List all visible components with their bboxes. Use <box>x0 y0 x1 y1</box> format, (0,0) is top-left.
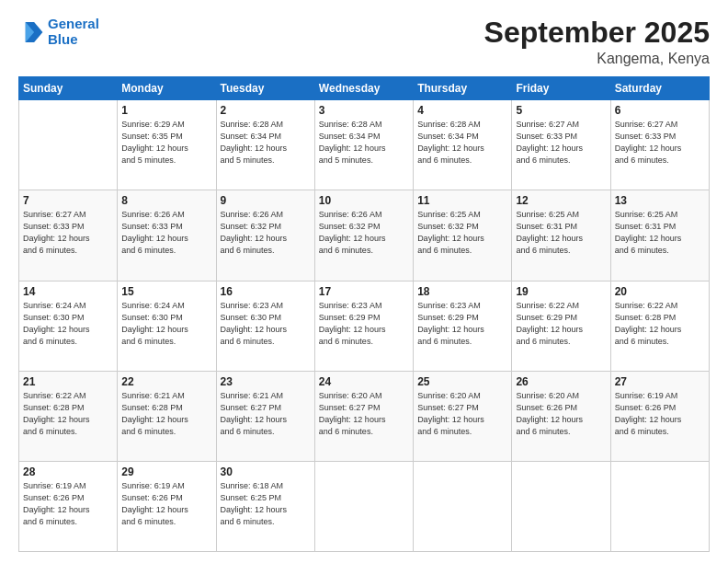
day-info: Sunrise: 6:25 AM Sunset: 6:32 PM Dayligh… <box>417 209 507 257</box>
day-number: 3 <box>319 104 409 117</box>
header: General Blue September 2025 Kangema, Ken… <box>18 17 710 67</box>
day-info: Sunrise: 6:23 AM Sunset: 6:30 PM Dayligh… <box>221 300 311 348</box>
day-number: 21 <box>23 375 113 388</box>
table-cell: 1Sunrise: 6:29 AM Sunset: 6:35 PM Daylig… <box>118 100 216 190</box>
day-number: 12 <box>516 194 606 207</box>
table-cell <box>414 461 512 551</box>
day-info: Sunrise: 6:27 AM Sunset: 6:33 PM Dayligh… <box>615 119 705 167</box>
table-cell: 4Sunrise: 6:28 AM Sunset: 6:34 PM Daylig… <box>414 100 512 190</box>
day-info: Sunrise: 6:21 AM Sunset: 6:27 PM Dayligh… <box>221 390 311 438</box>
table-cell: 14Sunrise: 6:24 AM Sunset: 6:30 PM Dayli… <box>19 281 118 371</box>
day-number: 19 <box>516 285 606 298</box>
table-cell <box>19 100 118 190</box>
table-cell: 15Sunrise: 6:24 AM Sunset: 6:30 PM Dayli… <box>118 281 216 371</box>
day-info: Sunrise: 6:20 AM Sunset: 6:27 PM Dayligh… <box>319 390 409 438</box>
table-cell: 27Sunrise: 6:19 AM Sunset: 6:26 PM Dayli… <box>610 371 709 461</box>
day-info: Sunrise: 6:26 AM Sunset: 6:33 PM Dayligh… <box>121 209 211 257</box>
table-cell: 2Sunrise: 6:28 AM Sunset: 6:34 PM Daylig… <box>216 100 314 190</box>
table-cell: 22Sunrise: 6:21 AM Sunset: 6:28 PM Dayli… <box>118 371 216 461</box>
col-tuesday: Tuesday <box>216 77 314 100</box>
table-cell <box>610 461 709 551</box>
day-number: 26 <box>516 375 606 388</box>
table-cell: 26Sunrise: 6:20 AM Sunset: 6:26 PM Dayli… <box>512 371 610 461</box>
day-number: 4 <box>417 104 507 117</box>
day-number: 11 <box>417 194 507 207</box>
week-row-4: 21Sunrise: 6:22 AM Sunset: 6:28 PM Dayli… <box>19 371 710 461</box>
col-thursday: Thursday <box>414 77 512 100</box>
day-number: 5 <box>516 104 606 117</box>
week-row-2: 7Sunrise: 6:27 AM Sunset: 6:33 PM Daylig… <box>19 190 710 281</box>
day-info: Sunrise: 6:21 AM Sunset: 6:28 PM Dayligh… <box>121 390 211 438</box>
col-monday: Monday <box>118 77 216 100</box>
day-info: Sunrise: 6:19 AM Sunset: 6:26 PM Dayligh… <box>615 390 705 438</box>
table-cell: 16Sunrise: 6:23 AM Sunset: 6:30 PM Dayli… <box>216 281 314 371</box>
day-number: 6 <box>615 104 705 117</box>
day-number: 23 <box>221 375 311 388</box>
day-number: 17 <box>319 285 409 298</box>
table-cell: 6Sunrise: 6:27 AM Sunset: 6:33 PM Daylig… <box>610 100 709 190</box>
day-number: 22 <box>121 375 211 388</box>
day-number: 13 <box>615 194 705 207</box>
month-title: September 2025 <box>484 17 710 49</box>
day-info: Sunrise: 6:20 AM Sunset: 6:26 PM Dayligh… <box>516 390 606 438</box>
week-row-1: 1Sunrise: 6:29 AM Sunset: 6:35 PM Daylig… <box>19 100 710 190</box>
day-number: 8 <box>121 194 211 207</box>
day-number: 25 <box>417 375 507 388</box>
day-number: 20 <box>615 285 705 298</box>
day-number: 1 <box>121 104 211 117</box>
day-number: 24 <box>319 375 409 388</box>
day-number: 29 <box>121 465 211 478</box>
day-info: Sunrise: 6:27 AM Sunset: 6:33 PM Dayligh… <box>516 119 606 167</box>
table-cell: 29Sunrise: 6:19 AM Sunset: 6:26 PM Dayli… <box>118 461 216 551</box>
day-info: Sunrise: 6:24 AM Sunset: 6:30 PM Dayligh… <box>121 300 211 348</box>
table-cell <box>314 461 413 551</box>
day-number: 2 <box>221 104 311 117</box>
day-info: Sunrise: 6:25 AM Sunset: 6:31 PM Dayligh… <box>516 209 606 257</box>
day-info: Sunrise: 6:20 AM Sunset: 6:27 PM Dayligh… <box>417 390 507 438</box>
day-info: Sunrise: 6:28 AM Sunset: 6:34 PM Dayligh… <box>319 119 409 167</box>
table-cell: 30Sunrise: 6:18 AM Sunset: 6:25 PM Dayli… <box>216 461 314 551</box>
logo-line1: General <box>48 16 99 31</box>
day-info: Sunrise: 6:19 AM Sunset: 6:26 PM Dayligh… <box>23 480 113 528</box>
col-friday: Friday <box>512 77 610 100</box>
page: General Blue September 2025 Kangema, Ken… <box>0 0 728 563</box>
day-info: Sunrise: 6:26 AM Sunset: 6:32 PM Dayligh… <box>221 209 311 257</box>
day-number: 28 <box>23 465 113 478</box>
table-cell: 13Sunrise: 6:25 AM Sunset: 6:31 PM Dayli… <box>610 190 709 281</box>
day-number: 10 <box>319 194 409 207</box>
day-info: Sunrise: 6:19 AM Sunset: 6:26 PM Dayligh… <box>121 480 211 528</box>
col-wednesday: Wednesday <box>314 77 413 100</box>
table-cell: 11Sunrise: 6:25 AM Sunset: 6:32 PM Dayli… <box>414 190 512 281</box>
table-cell: 20Sunrise: 6:22 AM Sunset: 6:28 PM Dayli… <box>610 281 709 371</box>
day-number: 16 <box>221 285 311 298</box>
day-number: 7 <box>23 194 113 207</box>
col-saturday: Saturday <box>610 77 709 100</box>
day-info: Sunrise: 6:24 AM Sunset: 6:30 PM Dayligh… <box>23 300 113 348</box>
col-sunday: Sunday <box>19 77 118 100</box>
day-info: Sunrise: 6:25 AM Sunset: 6:31 PM Dayligh… <box>615 209 705 257</box>
day-info: Sunrise: 6:28 AM Sunset: 6:34 PM Dayligh… <box>417 119 507 167</box>
day-number: 15 <box>121 285 211 298</box>
table-cell: 9Sunrise: 6:26 AM Sunset: 6:32 PM Daylig… <box>216 190 314 281</box>
calendar-header-row: Sunday Monday Tuesday Wednesday Thursday… <box>19 77 710 100</box>
table-cell: 21Sunrise: 6:22 AM Sunset: 6:28 PM Dayli… <box>19 371 118 461</box>
logo-line2: Blue <box>48 31 78 47</box>
day-info: Sunrise: 6:22 AM Sunset: 6:28 PM Dayligh… <box>615 300 705 348</box>
table-cell: 12Sunrise: 6:25 AM Sunset: 6:31 PM Dayli… <box>512 190 610 281</box>
day-number: 18 <box>417 285 507 298</box>
table-cell: 10Sunrise: 6:26 AM Sunset: 6:32 PM Dayli… <box>314 190 413 281</box>
day-number: 14 <box>23 285 113 298</box>
location: Kangema, Kenya <box>484 51 710 67</box>
logo: General Blue <box>18 17 99 47</box>
table-cell: 3Sunrise: 6:28 AM Sunset: 6:34 PM Daylig… <box>314 100 413 190</box>
day-info: Sunrise: 6:27 AM Sunset: 6:33 PM Dayligh… <box>23 209 113 257</box>
day-info: Sunrise: 6:23 AM Sunset: 6:29 PM Dayligh… <box>417 300 507 348</box>
table-cell <box>512 461 610 551</box>
calendar-table: Sunday Monday Tuesday Wednesday Thursday… <box>18 76 710 552</box>
logo-icon <box>18 19 44 45</box>
day-number: 27 <box>615 375 705 388</box>
week-row-3: 14Sunrise: 6:24 AM Sunset: 6:30 PM Dayli… <box>19 281 710 371</box>
day-info: Sunrise: 6:22 AM Sunset: 6:29 PM Dayligh… <box>516 300 606 348</box>
table-cell: 28Sunrise: 6:19 AM Sunset: 6:26 PM Dayli… <box>19 461 118 551</box>
day-info: Sunrise: 6:26 AM Sunset: 6:32 PM Dayligh… <box>319 209 409 257</box>
